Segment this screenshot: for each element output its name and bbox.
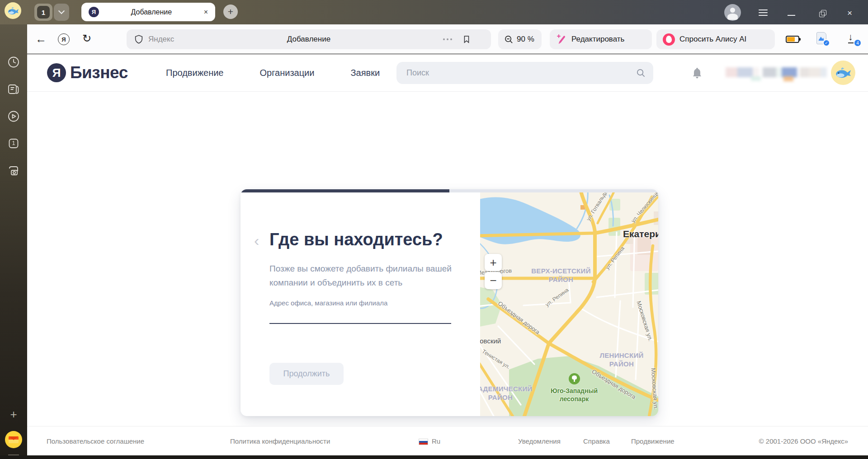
battery-icon [786, 36, 799, 43]
tabs-icon[interactable]: 1 [8, 137, 20, 151]
bookmark-icon[interactable] [462, 34, 471, 46]
tab-counter-group[interactable]: 1 [34, 4, 69, 21]
footer-link-privacy[interactable]: Политика конфиденциальности [230, 437, 330, 445]
page-footer: Пользовательское соглашение Политика кон… [27, 426, 868, 455]
screenshot-icon[interactable] [7, 164, 20, 179]
progress-bar [241, 189, 658, 192]
map-canvas[interactable]: ул. Готвальда ул. Челюскинцев Екатеринбу… [480, 192, 658, 416]
language-selector[interactable]: Ru [432, 437, 440, 445]
sidebar-tab-count: 1 [8, 140, 20, 146]
feed-icon[interactable] [7, 83, 20, 97]
footer-link-help[interactable]: Справка [583, 437, 610, 445]
search-input[interactable] [406, 62, 623, 84]
more-options-icon[interactable] [443, 38, 452, 40]
chevron-down-icon [58, 8, 65, 14]
window-bottom-edge [0, 455, 868, 459]
address-title: Добавление [127, 35, 491, 44]
logo-text: Бизнес [70, 63, 128, 82]
tab-favicon: Я [89, 7, 99, 17]
logo-letter: Я [47, 63, 66, 82]
map-graphics [480, 192, 658, 416]
active-tab[interactable]: Я Добавление × [81, 3, 215, 21]
address-bar[interactable]: Яндекс Добавление [127, 29, 491, 49]
ask-alice-button[interactable]: Спросить Алису AI [656, 29, 775, 49]
wizard-title: Где вы находитесь? [269, 230, 443, 249]
menu-icon[interactable] [759, 9, 768, 16]
nav-item-promotion[interactable]: Продвижение [166, 68, 224, 78]
browser-profile-button[interactable] [5, 2, 21, 19]
downloads-badge: 4 [854, 39, 862, 47]
minimize-icon[interactable] [788, 15, 795, 16]
app-header: Я Бизнес Продвижение Организации Заявки [27, 54, 868, 92]
edit-page-button[interactable]: Редактировать [550, 29, 652, 49]
continue-button[interactable]: Продолжить [269, 363, 344, 385]
footer-link-notifications[interactable]: Уведомления [518, 437, 561, 445]
new-tab-button[interactable]: + [223, 5, 238, 19]
browser-sidebar: 1 + ••• [0, 24, 27, 459]
copyright-text: © 2001-2026 ООО «Яндекс» [759, 437, 848, 445]
tab-title: Добавление [99, 8, 204, 16]
edit-pencil-icon [557, 34, 567, 44]
back-chevron[interactable]: ‹ [254, 233, 259, 248]
nav-item-requests[interactable]: Заявки [350, 68, 380, 78]
search-bar [396, 62, 653, 84]
whale-icon [8, 7, 19, 15]
edit-label: Редактировать [571, 35, 624, 44]
page-content: Я Бизнес Продвижение Организации Заявки [27, 54, 868, 455]
tab-bar: 1 Я Добавление × + × [0, 0, 868, 24]
russia-flag-icon[interactable] [419, 439, 428, 445]
reload-icon[interactable]: ↻ [82, 32, 91, 45]
close-tab-icon[interactable]: × [204, 8, 208, 16]
wizard-subtitle: Позже вы сможете добавить филиалы вашей … [269, 262, 455, 290]
close-window-icon[interactable]: × [847, 8, 852, 18]
browser-toolbar: ← Я ↻ Яндекс Добавление 90 % [27, 24, 868, 54]
alice-icon [663, 33, 675, 46]
add-panel-icon[interactable]: + [0, 407, 27, 422]
whale-icon [835, 67, 851, 79]
nav-item-organizations[interactable]: Организации [260, 68, 315, 78]
check-badge: ✓ [823, 39, 830, 47]
main-nav: Продвижение Организации Заявки [166, 54, 380, 92]
map-zoom-out-button[interactable]: − [485, 272, 502, 289]
account-name-blurred[interactable] [726, 67, 827, 81]
restore-icon[interactable] [819, 10, 826, 17]
browser-account-avatar[interactable] [724, 4, 741, 21]
video-icon[interactable] [8, 110, 20, 124]
yandex-home-icon[interactable]: Я [58, 33, 70, 45]
downloads-icon[interactable]: ↓ 4 [847, 32, 858, 45]
tab-counter: 1 [37, 6, 50, 19]
footer-link-agreement[interactable]: Пользовательское соглашение [47, 437, 144, 445]
park-icon [569, 373, 580, 384]
bell-icon[interactable] [692, 67, 703, 81]
zoom-out-icon [505, 35, 513, 44]
person-icon [730, 8, 735, 13]
user-avatar[interactable] [831, 61, 855, 85]
zoom-control[interactable]: 90 % [498, 29, 542, 49]
browser-window: 1 Я Добавление × + × [0, 0, 868, 459]
alice-label: Спросить Алису AI [679, 35, 746, 44]
address-label: Адрес офиса, магазина или филиала [269, 299, 387, 307]
history-icon[interactable] [8, 56, 20, 70]
back-icon[interactable]: ← [35, 33, 47, 46]
search-icon[interactable] [637, 69, 645, 79]
address-input[interactable] [269, 309, 451, 324]
zoom-level: 90 % [517, 35, 534, 44]
business-logo[interactable]: Я Бизнес [47, 63, 128, 82]
wizard-card: ‹ Где вы находитесь? Позже вы сможете до… [241, 189, 658, 416]
footer-link-promotion[interactable]: Продвижение [631, 437, 675, 445]
mail-icon[interactable] [5, 431, 22, 448]
page-capture-icon[interactable]: ✓ [816, 32, 826, 44]
map-zoom-in-button[interactable]: + [485, 254, 502, 271]
